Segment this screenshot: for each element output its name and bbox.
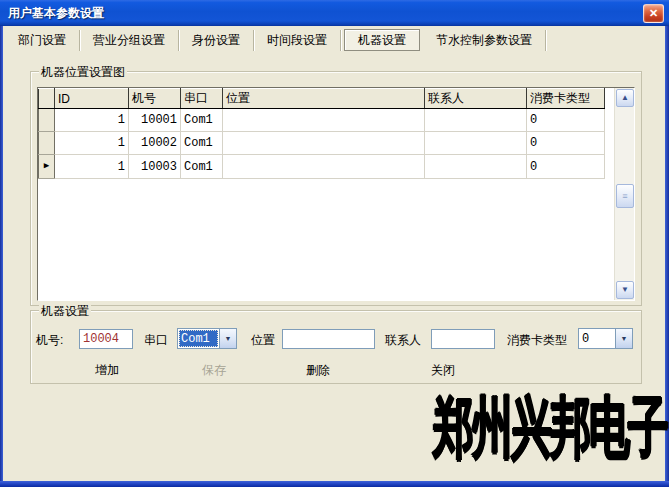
cell-contact[interactable] (425, 132, 527, 155)
cell-id[interactable]: 1 (55, 132, 129, 155)
current-row-pointer-icon[interactable]: ▶ (39, 155, 55, 179)
cell-com-port[interactable]: Com1 (181, 109, 223, 132)
cell-location[interactable] (223, 132, 425, 155)
dialog-window: 用户基本参数设置 ✕ 部门设置 营业分组设置 身份设置 时间段设置 机器设置 节… (0, 0, 669, 487)
cell-location[interactable] (223, 109, 425, 132)
save-button: 保存 (200, 361, 228, 379)
table-row[interactable]: 1 10001 Com1 0 (39, 109, 605, 132)
vendor-watermark: 郑州兴邦电子 (433, 384, 667, 473)
close-button[interactable]: 关闭 (429, 361, 457, 379)
scroll-down-icon[interactable]: ▼ (616, 281, 634, 299)
tab-strip: 部门设置 营业分组设置 身份设置 时间段设置 机器设置 节水控制参数设置 (3, 27, 665, 53)
column-header-card-type: 消费卡类型 (527, 89, 605, 109)
column-header-com-port: 串口 (181, 89, 223, 109)
cell-com-port[interactable]: Com1 (181, 155, 223, 179)
cell-contact[interactable] (425, 155, 527, 179)
delete-button[interactable]: 删除 (304, 361, 332, 379)
chevron-down-icon[interactable]: ▼ (219, 329, 236, 348)
titlebar[interactable]: 用户基本参数设置 ✕ (0, 0, 669, 26)
cell-com-port[interactable]: Com1 (181, 132, 223, 155)
card-type-selected-value: 0 (580, 330, 614, 347)
card-type-label: 消费卡类型 (507, 332, 567, 349)
cell-contact[interactable] (425, 109, 527, 132)
table-row[interactable]: 1 10002 Com1 0 (39, 132, 605, 155)
com-port-label: 串口 (144, 332, 168, 349)
cell-id[interactable]: 1 (55, 155, 129, 179)
machine-grid: ID 机号 串口 位置 联系人 消费卡类型 1 10001 Com1 0 (37, 87, 635, 301)
table-header-row: ID 机号 串口 位置 联系人 消费卡类型 (39, 89, 605, 109)
tab-time-period[interactable]: 时间段设置 (254, 30, 341, 51)
cell-card-type[interactable]: 0 (527, 109, 605, 132)
cell-machine-no[interactable]: 10002 (129, 132, 181, 155)
contact-label: 联系人 (385, 332, 421, 349)
cell-machine-no[interactable]: 10001 (129, 109, 181, 132)
add-button[interactable]: 增加 (93, 361, 121, 379)
com-port-selected-value: Com1 (179, 330, 218, 347)
tab-business-group[interactable]: 营业分组设置 (80, 30, 179, 51)
machine-position-group-title: 机器位置设置图 (39, 64, 127, 81)
column-header-machine-no: 机号 (129, 89, 181, 109)
machine-table: ID 机号 串口 位置 联系人 消费卡类型 1 10001 Com1 0 (38, 88, 605, 179)
column-header-contact: 联系人 (425, 89, 527, 109)
machine-position-group: 机器位置设置图 ID 机号 串口 位置 联系人 消费卡类型 (30, 71, 642, 306)
tab-department[interactable]: 部门设置 (5, 30, 80, 51)
column-header-location: 位置 (223, 89, 425, 109)
location-field[interactable] (282, 329, 375, 349)
machine-settings-group-title: 机器设置 (39, 303, 91, 320)
cell-id[interactable]: 1 (55, 109, 129, 132)
window-border-bottom (0, 481, 669, 487)
card-type-select[interactable]: 0 ▼ (578, 328, 633, 349)
machine-no-label: 机号: (36, 332, 63, 349)
row-selector[interactable] (39, 109, 55, 132)
scrollbar-thumb[interactable]: ≡ (616, 184, 634, 208)
tab-identity[interactable]: 身份设置 (179, 30, 254, 51)
contact-field[interactable] (431, 329, 495, 349)
scroll-up-icon[interactable]: ▲ (616, 89, 634, 107)
cell-card-type[interactable]: 0 (527, 132, 605, 155)
cell-card-type[interactable]: 0 (527, 155, 605, 179)
window-title: 用户基本参数设置 (0, 5, 104, 22)
cell-machine-no[interactable]: 10003 (129, 155, 181, 179)
vertical-scrollbar[interactable]: ▲ ≡ ▼ (614, 88, 634, 300)
com-port-select[interactable]: Com1 ▼ (177, 328, 237, 349)
window-border-left (0, 26, 3, 487)
chevron-down-icon[interactable]: ▼ (615, 329, 632, 348)
tab-machine-settings[interactable]: 机器设置 (344, 29, 420, 51)
row-selector[interactable] (39, 132, 55, 155)
location-label: 位置 (251, 332, 275, 349)
column-header-id: ID (55, 89, 129, 109)
tab-water-saving-params[interactable]: 节水控制参数设置 (423, 30, 546, 51)
table-row[interactable]: ▶ 1 10003 Com1 0 (39, 155, 605, 179)
machine-settings-group: 机器设置 机号: 串口 Com1 ▼ 位置 联系人 消费卡类型 0 ▼ 增加 保… (30, 310, 642, 384)
cell-location[interactable] (223, 155, 425, 179)
column-header-selector (39, 89, 55, 109)
close-icon[interactable]: ✕ (643, 4, 664, 23)
machine-no-field[interactable] (79, 329, 133, 349)
